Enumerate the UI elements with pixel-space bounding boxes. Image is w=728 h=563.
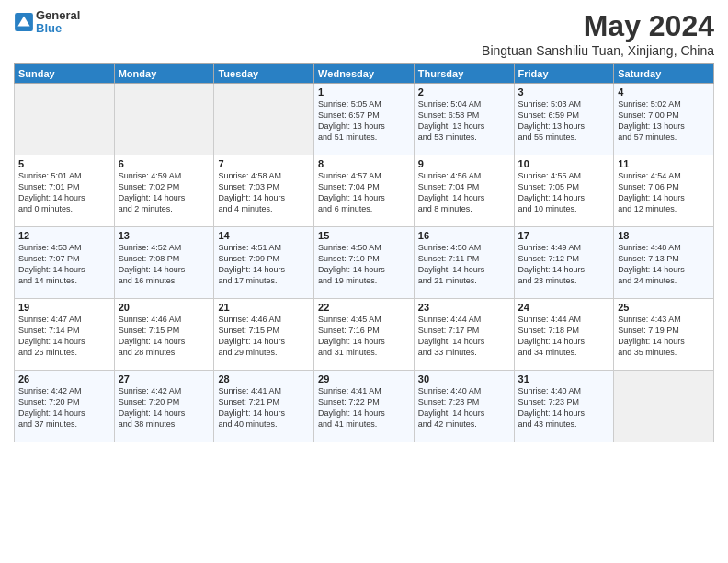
day-number: 12 bbox=[18, 230, 110, 241]
day-info: Sunrise: 4:42 AM Sunset: 7:20 PM Dayligh… bbox=[119, 385, 210, 431]
day-cell bbox=[114, 84, 214, 155]
day-info: Sunrise: 4:49 AM Sunset: 7:12 PM Dayligh… bbox=[518, 242, 610, 287]
day-cell: 8Sunrise: 4:57 AM Sunset: 7:04 PM Daylig… bbox=[314, 155, 415, 227]
day-number: 18 bbox=[618, 230, 710, 241]
day-cell: 26Sunrise: 4:42 AM Sunset: 7:20 PM Dayli… bbox=[15, 371, 115, 442]
day-cell: 3Sunrise: 5:03 AM Sunset: 6:59 PM Daylig… bbox=[514, 84, 614, 155]
day-info: Sunrise: 4:48 AM Sunset: 7:13 PM Dayligh… bbox=[618, 242, 710, 287]
week-row-2: 12Sunrise: 4:53 AM Sunset: 7:07 PM Dayli… bbox=[15, 227, 714, 299]
day-number: 4 bbox=[618, 86, 710, 98]
day-info: Sunrise: 4:44 AM Sunset: 7:17 PM Dayligh… bbox=[418, 314, 510, 359]
month-year: May 2024 bbox=[482, 9, 714, 43]
day-number: 24 bbox=[518, 302, 610, 313]
day-info: Sunrise: 4:42 AM Sunset: 7:20 PM Dayligh… bbox=[18, 385, 110, 431]
day-cell: 11Sunrise: 4:54 AM Sunset: 7:06 PM Dayli… bbox=[614, 155, 714, 227]
day-info: Sunrise: 4:46 AM Sunset: 7:15 PM Dayligh… bbox=[218, 314, 310, 359]
logo-general: General bbox=[36, 9, 80, 22]
day-number: 22 bbox=[318, 302, 410, 313]
day-info: Sunrise: 5:02 AM Sunset: 7:00 PM Dayligh… bbox=[618, 98, 710, 144]
day-cell: 23Sunrise: 4:44 AM Sunset: 7:17 PM Dayli… bbox=[414, 299, 514, 371]
day-cell bbox=[214, 84, 314, 155]
day-number: 9 bbox=[418, 158, 510, 169]
day-number: 21 bbox=[218, 302, 310, 313]
day-number: 27 bbox=[119, 373, 210, 385]
day-cell: 4Sunrise: 5:02 AM Sunset: 7:00 PM Daylig… bbox=[614, 84, 714, 155]
day-info: Sunrise: 4:43 AM Sunset: 7:19 PM Dayligh… bbox=[618, 314, 710, 359]
day-info: Sunrise: 4:44 AM Sunset: 7:18 PM Dayligh… bbox=[518, 314, 610, 359]
day-info: Sunrise: 4:47 AM Sunset: 7:14 PM Dayligh… bbox=[18, 314, 110, 359]
day-info: Sunrise: 4:57 AM Sunset: 7:04 PM Dayligh… bbox=[318, 170, 410, 215]
day-number: 2 bbox=[418, 86, 510, 98]
day-number: 13 bbox=[119, 230, 210, 241]
day-info: Sunrise: 4:59 AM Sunset: 7:02 PM Dayligh… bbox=[119, 170, 210, 215]
header-friday: Friday bbox=[514, 64, 614, 84]
day-cell: 24Sunrise: 4:44 AM Sunset: 7:18 PM Dayli… bbox=[514, 299, 614, 371]
day-info: Sunrise: 4:46 AM Sunset: 7:15 PM Dayligh… bbox=[119, 314, 210, 359]
day-number: 17 bbox=[518, 230, 610, 241]
header-wednesday: Wednesday bbox=[314, 64, 415, 84]
day-cell: 25Sunrise: 4:43 AM Sunset: 7:19 PM Dayli… bbox=[614, 299, 714, 371]
day-info: Sunrise: 4:40 AM Sunset: 7:23 PM Dayligh… bbox=[518, 385, 610, 431]
day-number: 23 bbox=[418, 302, 510, 313]
day-cell: 31Sunrise: 4:40 AM Sunset: 7:23 PM Dayli… bbox=[514, 371, 614, 442]
day-info: Sunrise: 4:51 AM Sunset: 7:09 PM Dayligh… bbox=[218, 242, 310, 287]
day-cell bbox=[614, 371, 714, 442]
day-number: 5 bbox=[18, 158, 110, 169]
day-number: 6 bbox=[119, 158, 210, 169]
day-info: Sunrise: 5:04 AM Sunset: 6:58 PM Dayligh… bbox=[418, 98, 510, 144]
day-number: 20 bbox=[119, 302, 210, 313]
day-cell: 14Sunrise: 4:51 AM Sunset: 7:09 PM Dayli… bbox=[214, 227, 314, 299]
day-number: 19 bbox=[18, 302, 110, 313]
logo-blue: Blue bbox=[36, 22, 80, 35]
day-number: 25 bbox=[618, 302, 710, 313]
day-cell: 6Sunrise: 4:59 AM Sunset: 7:02 PM Daylig… bbox=[114, 155, 214, 227]
day-info: Sunrise: 4:53 AM Sunset: 7:07 PM Dayligh… bbox=[18, 242, 110, 287]
day-info: Sunrise: 5:03 AM Sunset: 6:59 PM Dayligh… bbox=[518, 98, 610, 144]
header-row: SundayMondayTuesdayWednesdayThursdayFrid… bbox=[15, 64, 714, 84]
header-monday: Monday bbox=[114, 64, 214, 84]
day-number: 7 bbox=[218, 158, 310, 169]
day-info: Sunrise: 4:50 AM Sunset: 7:11 PM Dayligh… bbox=[418, 242, 510, 287]
day-cell: 22Sunrise: 4:45 AM Sunset: 7:16 PM Dayli… bbox=[314, 299, 415, 371]
calendar-table: SundayMondayTuesdayWednesdayThursdayFrid… bbox=[14, 63, 714, 442]
week-row-4: 26Sunrise: 4:42 AM Sunset: 7:20 PM Dayli… bbox=[15, 371, 714, 442]
day-cell: 2Sunrise: 5:04 AM Sunset: 6:58 PM Daylig… bbox=[414, 84, 514, 155]
header-thursday: Thursday bbox=[414, 64, 514, 84]
day-number: 11 bbox=[618, 158, 710, 169]
header-tuesday: Tuesday bbox=[214, 64, 314, 84]
day-number: 15 bbox=[318, 230, 410, 241]
day-info: Sunrise: 4:41 AM Sunset: 7:21 PM Dayligh… bbox=[218, 385, 310, 431]
day-info: Sunrise: 4:50 AM Sunset: 7:10 PM Dayligh… bbox=[318, 242, 410, 287]
day-cell: 16Sunrise: 4:50 AM Sunset: 7:11 PM Dayli… bbox=[414, 227, 514, 299]
day-info: Sunrise: 4:56 AM Sunset: 7:04 PM Dayligh… bbox=[418, 170, 510, 215]
day-number: 16 bbox=[418, 230, 510, 241]
day-number: 26 bbox=[18, 373, 110, 385]
day-info: Sunrise: 4:54 AM Sunset: 7:06 PM Dayligh… bbox=[618, 170, 710, 215]
day-info: Sunrise: 5:01 AM Sunset: 7:01 PM Dayligh… bbox=[18, 170, 110, 215]
header: General Blue May 2024 Bingtuan Sanshiliu… bbox=[14, 9, 714, 58]
day-cell: 21Sunrise: 4:46 AM Sunset: 7:15 PM Dayli… bbox=[214, 299, 314, 371]
day-cell bbox=[15, 84, 115, 155]
day-cell: 18Sunrise: 4:48 AM Sunset: 7:13 PM Dayli… bbox=[614, 227, 714, 299]
day-number: 14 bbox=[218, 230, 310, 241]
day-cell: 27Sunrise: 4:42 AM Sunset: 7:20 PM Dayli… bbox=[114, 371, 214, 442]
day-cell: 12Sunrise: 4:53 AM Sunset: 7:07 PM Dayli… bbox=[15, 227, 115, 299]
title-block: May 2024 Bingtuan Sanshiliu Tuan, Xinjia… bbox=[482, 9, 714, 58]
location: Bingtuan Sanshiliu Tuan, Xinjiang, China bbox=[482, 43, 714, 58]
day-cell: 29Sunrise: 4:41 AM Sunset: 7:22 PM Dayli… bbox=[314, 371, 415, 442]
day-cell: 19Sunrise: 4:47 AM Sunset: 7:14 PM Dayli… bbox=[15, 299, 115, 371]
day-cell: 30Sunrise: 4:40 AM Sunset: 7:23 PM Dayli… bbox=[414, 371, 514, 442]
day-number: 10 bbox=[518, 158, 610, 169]
week-row-1: 5Sunrise: 5:01 AM Sunset: 7:01 PM Daylig… bbox=[15, 155, 714, 227]
day-info: Sunrise: 4:58 AM Sunset: 7:03 PM Dayligh… bbox=[218, 170, 310, 215]
day-cell: 20Sunrise: 4:46 AM Sunset: 7:15 PM Dayli… bbox=[114, 299, 214, 371]
day-info: Sunrise: 4:52 AM Sunset: 7:08 PM Dayligh… bbox=[119, 242, 210, 287]
week-row-0: 1Sunrise: 5:05 AM Sunset: 6:57 PM Daylig… bbox=[15, 84, 714, 155]
day-cell: 15Sunrise: 4:50 AM Sunset: 7:10 PM Dayli… bbox=[314, 227, 415, 299]
day-cell: 28Sunrise: 4:41 AM Sunset: 7:21 PM Dayli… bbox=[214, 371, 314, 442]
day-info: Sunrise: 4:45 AM Sunset: 7:16 PM Dayligh… bbox=[318, 314, 410, 359]
week-row-3: 19Sunrise: 4:47 AM Sunset: 7:14 PM Dayli… bbox=[15, 299, 714, 371]
logo: General Blue bbox=[14, 9, 80, 36]
day-number: 30 bbox=[418, 373, 510, 385]
day-number: 8 bbox=[318, 158, 410, 169]
